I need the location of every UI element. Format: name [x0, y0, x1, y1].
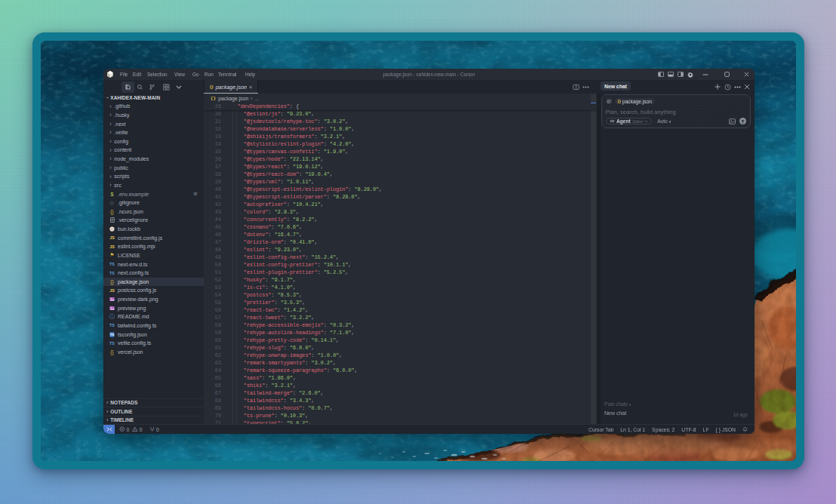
svg-text:TS: TS: [110, 333, 115, 337]
